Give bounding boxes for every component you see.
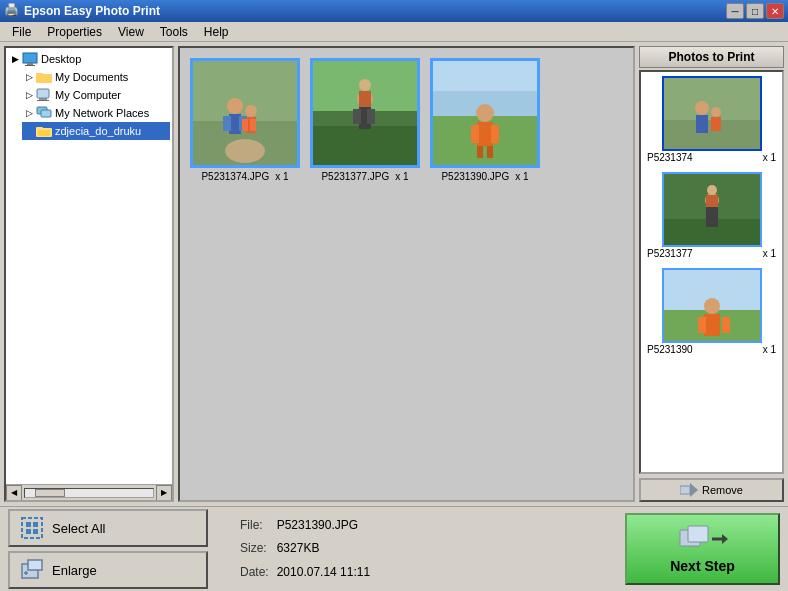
file-tree[interactable]: ▶ Desktop ▷ My Documents [6,48,172,484]
file-tree-panel: ▶ Desktop ▷ My Documents [4,46,174,502]
scroll-track[interactable] [24,488,154,498]
title-bar: 🖨️ Epson Easy Photo Print ─ □ ✕ [0,0,788,22]
svg-point-16 [227,98,243,114]
expand-icon: ▷ [22,88,36,102]
svg-rect-23 [250,119,256,131]
svg-rect-37 [477,122,493,146]
right-count-2: x 1 [763,248,776,259]
right-thumb-item-3[interactable]: P5231390 x 1 [645,268,778,356]
bottom-buttons: Select All Enlarge [8,509,208,589]
photo-item-1[interactable]: P5231374.JPG x 1 [190,58,300,182]
right-thumb-3[interactable] [662,268,762,343]
menu-view[interactable]: View [110,23,152,41]
svg-point-28 [359,79,371,91]
mycomputer-label: My Computer [55,89,121,101]
menu-file[interactable]: File [4,23,39,41]
tree-item-mycomputer[interactable]: ▷ My Computer [22,86,170,104]
right-label-1: P5231374 [647,152,693,163]
file-value: P5231390.JPG [273,514,374,538]
select-all-button[interactable]: Select All [8,509,208,547]
right-thumb-1[interactable] [662,76,762,151]
svg-point-46 [711,107,721,117]
photo-item-3[interactable]: P5231390.JPG x 1 [430,58,540,182]
photo-thumb-3[interactable] [430,58,540,168]
svg-rect-12 [38,130,50,136]
remove-button[interactable]: Remove [639,478,784,502]
right-thumb-2[interactable] [662,172,762,247]
minimize-button[interactable]: ─ [726,3,744,19]
photo-count-2: x 1 [395,171,408,182]
tree-item-desktop[interactable]: ▶ Desktop [8,50,170,68]
right-thumb-label-3: P5231390 x 1 [645,343,778,356]
folder-icon [36,69,52,85]
right-count-3: x 1 [763,344,776,355]
svg-rect-59 [722,317,730,333]
folder-open-icon [36,123,52,139]
expand-icon: ▷ [22,70,36,84]
svg-rect-47 [711,117,721,131]
tree-item-network[interactable]: ▷ My Network Places [22,104,170,122]
enlarge-icon [20,558,44,582]
right-preview-2 [664,174,760,245]
photo-thumb-1[interactable] [190,58,300,168]
photo-filename-3: P5231390.JPG [441,171,509,182]
svg-point-15 [225,139,265,163]
svg-rect-57 [704,314,720,336]
svg-rect-35 [433,61,537,91]
scroll-right-button[interactable]: ▶ [156,485,172,501]
next-step-button[interactable]: Next Step [625,513,780,585]
scroll-left-button[interactable]: ◀ [6,485,22,501]
svg-rect-41 [487,146,493,158]
scroll-thumb[interactable] [35,489,65,497]
select-all-icon [20,516,44,540]
maximize-button[interactable]: □ [746,3,764,19]
horizontal-scrollbar[interactable]: ◀ ▶ [6,484,172,500]
photo-preview-3 [433,61,537,165]
right-thumb-label-2: P5231377 x 1 [645,247,778,260]
svg-rect-9 [41,110,51,117]
menu-bar: File Properties View Tools Help [0,22,788,42]
right-thumb-item-1[interactable]: P5231374 x 1 [645,76,778,164]
file-row: File: P5231390.JPG [236,514,374,538]
size-key: Size: [236,537,273,561]
svg-rect-32 [359,91,371,107]
tree-item-zdjecia[interactable]: zdjecia_do_druku [22,122,170,140]
right-thumb-item-2[interactable]: P5231377 x 1 [645,172,778,260]
svg-rect-45 [696,115,708,133]
expand-icon: ▶ [8,52,22,66]
size-value: 6327KB [273,537,374,561]
file-key: File: [236,514,273,538]
remove-label: Remove [702,484,743,496]
svg-rect-39 [491,125,499,143]
menu-help[interactable]: Help [196,23,237,41]
tree-children: ▷ My Documents ▷ My Computer [8,68,170,140]
svg-rect-40 [477,146,483,158]
photo-count-3: x 1 [515,171,528,182]
photo-grid: P5231374.JPG x 1 [190,58,623,182]
expand-icon [22,124,36,138]
close-button[interactable]: ✕ [766,3,784,19]
tree-item-mydocs[interactable]: ▷ My Documents [22,68,170,86]
photo-item-2[interactable]: P5231377.JPG x 1 [310,58,420,182]
enlarge-button[interactable]: Enlarge [8,551,208,589]
photo-label-1: P5231374.JPG x 1 [201,171,288,182]
computer-icon [36,87,52,103]
svg-point-56 [704,298,720,314]
photos-to-print-list[interactable]: P5231374 x 1 P5231377 [639,70,784,474]
svg-rect-62 [22,518,42,538]
app-title: Epson Easy Photo Print [24,4,726,18]
desktop-icon [22,51,38,67]
desktop-label: Desktop [41,53,81,65]
next-step-label: Next Step [670,558,735,574]
right-thumb-label-1: P5231374 x 1 [645,151,778,164]
menu-properties[interactable]: Properties [39,23,110,41]
svg-rect-63 [26,522,31,527]
svg-rect-1 [27,63,33,65]
svg-rect-65 [26,529,31,534]
photo-grid-panel[interactable]: P5231374.JPG x 1 [178,46,635,502]
photo-count-1: x 1 [275,171,288,182]
right-label-3: P5231390 [647,344,693,355]
svg-rect-72 [688,526,708,542]
photo-thumb-2[interactable] [310,58,420,168]
menu-tools[interactable]: Tools [152,23,196,41]
